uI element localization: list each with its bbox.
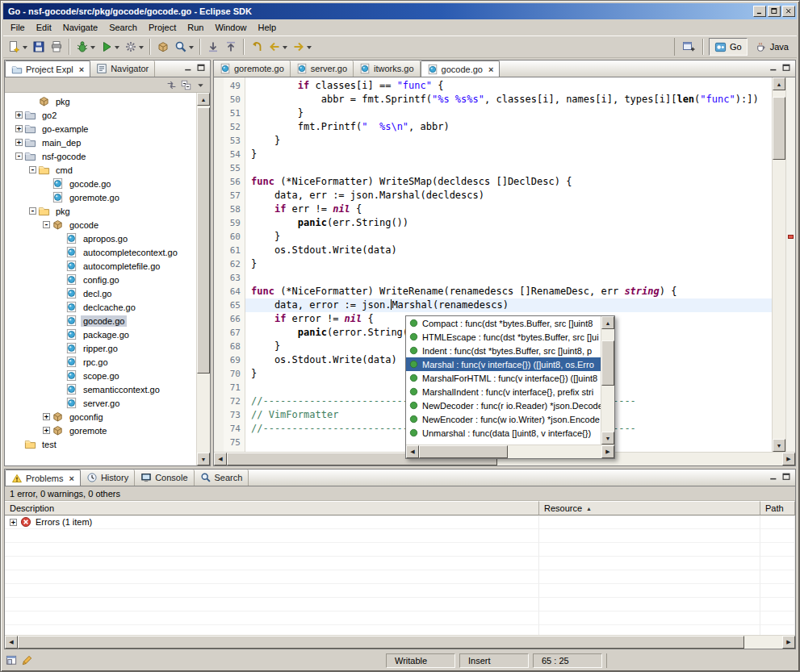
scroll-up-button[interactable]: ▲ <box>773 77 785 90</box>
editor-tab-server-go[interactable]: server.go <box>291 61 354 77</box>
code-line-51[interactable]: 51 } <box>214 106 772 120</box>
minus-handle-icon[interactable]: - <box>29 166 36 173</box>
tree-item-go2[interactable]: +go2 <box>5 108 196 122</box>
code-line-58[interactable]: 58 if err != nil { <box>214 202 772 216</box>
problems-row-errors-1-item[interactable]: +Errors (1 item) <box>5 515 795 529</box>
scroll-thumb[interactable] <box>197 107 210 374</box>
tree-item-test[interactable]: test <box>5 437 196 451</box>
minimize-view-button[interactable] <box>769 472 778 482</box>
tree-item-pkg[interactable]: -pkg <box>5 204 196 218</box>
plus-handle-icon[interactable]: + <box>43 427 50 434</box>
previous-annotation-button[interactable] <box>223 38 239 56</box>
code-line-61[interactable]: 61 os.Stdout.Write(data) <box>214 244 772 257</box>
editor-tab-itworks-go[interactable]: itworks.go <box>354 61 421 77</box>
autocomplete-vertical-scrollbar[interactable]: ▲ ▼ <box>601 316 614 445</box>
tree-item-main-dep[interactable]: +main_dep <box>5 136 196 149</box>
maximize-view-button[interactable] <box>781 472 791 482</box>
maximize-view-button[interactable] <box>196 63 206 73</box>
open-perspective-button[interactable] <box>681 38 697 56</box>
menu-search[interactable]: Search <box>103 20 143 35</box>
collapse-all-button[interactable] <box>181 80 191 90</box>
code-line-65[interactable]: 65 data, error := json.Marshal(renamedes… <box>214 298 772 312</box>
scroll-right-button[interactable]: ▶ <box>782 636 795 649</box>
tree-item-goremote-go[interactable]: goremote.go <box>5 190 196 204</box>
menu-navigate[interactable]: Navigate <box>57 20 103 35</box>
maximize-button[interactable] <box>768 6 781 17</box>
scroll-thumb[interactable] <box>773 97 785 160</box>
scroll-down-button[interactable]: ▼ <box>773 439 785 452</box>
edit-marker-button[interactable] <box>21 654 33 666</box>
next-annotation-button[interactable] <box>205 38 221 56</box>
scroll-up-button[interactable]: ▲ <box>197 93 210 106</box>
menu-window[interactable]: Window <box>209 20 252 35</box>
tree-item-server-go[interactable]: server.go <box>5 396 196 410</box>
scroll-left-button[interactable]: ◀ <box>214 453 227 465</box>
column-header-resource[interactable]: Resource▲ <box>539 501 760 515</box>
overview-ruler[interactable] <box>785 77 795 452</box>
completion-marshal[interactable]: Marshal : func(v interface{}) ([]uint8, … <box>406 357 601 371</box>
code-line-54[interactable]: 54} <box>214 148 772 161</box>
column-header-path[interactable]: Path <box>760 501 795 515</box>
tree-item-config-go[interactable]: config.go <box>5 273 196 286</box>
completion-marshalforhtml[interactable]: MarshalForHTML : func(v interface{}) ([]… <box>406 371 601 385</box>
close-tab-icon[interactable]: × <box>488 65 493 74</box>
tree-item-pkg[interactable]: pkg <box>5 94 196 108</box>
link-editor-button[interactable] <box>166 80 177 90</box>
code-line-56[interactable]: 56func (*NiceFormatter) WriteSMap(declde… <box>214 175 772 189</box>
scroll-left-button[interactable]: ◀ <box>5 636 18 649</box>
view-tab-navigator[interactable]: Navigator <box>90 61 155 77</box>
problems-horizontal-scrollbar[interactable]: ◀ ▶ <box>5 635 795 649</box>
code-line-63[interactable]: 63 <box>214 271 772 285</box>
tree-item-gocode-go[interactable]: gocode.go <box>5 314 196 328</box>
scroll-thumb[interactable] <box>18 636 744 649</box>
view-tab-search[interactable]: Search <box>195 470 249 486</box>
scroll-track[interactable] <box>601 329 614 432</box>
completion-newencoder[interactable]: NewEncoder : func(w io.Writer) *json.Enc… <box>406 412 601 426</box>
scroll-track[interactable] <box>197 106 210 453</box>
completion-marshalindent[interactable]: MarshalIndent : func(v interface{}, pref… <box>406 385 601 399</box>
last-edit-location-button[interactable] <box>249 38 265 56</box>
completion-indent[interactable]: Indent : func(dst *bytes.Buffer, src []u… <box>406 344 601 357</box>
code-line-53[interactable]: 53 } <box>214 134 772 148</box>
view-tab-project-expl[interactable]: Project Expl× <box>5 61 90 77</box>
external-tools-button[interactable] <box>123 38 145 56</box>
column-header-description[interactable]: Description <box>5 501 539 515</box>
close-button[interactable] <box>782 6 795 17</box>
plus-handle-icon[interactable]: + <box>10 519 17 526</box>
menu-run[interactable]: Run <box>182 20 209 35</box>
code-line-49[interactable]: 49 if classes[i] == "func" { <box>214 79 772 93</box>
plus-handle-icon[interactable]: + <box>15 125 23 132</box>
forward-button[interactable] <box>291 38 313 56</box>
editor-tab-goremote-go[interactable]: goremote.go <box>214 61 291 77</box>
menu-project[interactable]: Project <box>143 20 182 35</box>
code-line-60[interactable]: 60 } <box>214 230 772 244</box>
tree-scrollbar[interactable]: ▲ ▼ <box>196 93 210 465</box>
titlebar[interactable]: Go - nsf-gocode/src/pkg/gocode/gocode.go… <box>3 3 797 19</box>
tree-item-autocompletefile-go[interactable]: autocompletefile.go <box>5 259 196 273</box>
tree-item-ripper-go[interactable]: ripper.go <box>5 341 196 355</box>
debug-button[interactable] <box>74 38 97 56</box>
scroll-down-button[interactable]: ▼ <box>601 432 614 445</box>
tree-item-autocompletecontext-go[interactable]: autocompletecontext.go <box>5 245 196 259</box>
menu-edit[interactable]: Edit <box>31 20 57 35</box>
tree-item-scope-go[interactable]: scope.go <box>5 369 196 382</box>
view-tab-problems[interactable]: Problems× <box>5 470 81 486</box>
menu-file[interactable]: File <box>5 20 31 35</box>
tree-item-apropos-go[interactable]: apropos.go <box>5 232 196 245</box>
autocomplete-horizontal-scrollbar[interactable]: ◀ ▶ <box>406 445 614 458</box>
minimize-view-button[interactable] <box>769 63 778 73</box>
completion-htmlescape[interactable]: HTMLEscape : func(dst *bytes.Buffer, src… <box>406 330 601 344</box>
code-line-50[interactable]: 50 abbr = fmt.Sprintf("%s %s%s", classes… <box>214 93 772 106</box>
tree-item-nsf-gocode[interactable]: -nsf-gocode <box>5 149 196 163</box>
tree-item-goconfig[interactable]: +goconfig <box>5 410 196 424</box>
plus-handle-icon[interactable]: + <box>43 413 50 420</box>
perspective-java[interactable]: Java <box>749 38 794 56</box>
minus-handle-icon[interactable]: - <box>43 221 50 228</box>
tree-item-decl-go[interactable]: decl.go <box>5 286 196 300</box>
code-line-52[interactable]: 52 fmt.Printf(" %s\n", abbr) <box>214 120 772 134</box>
view-menu-button[interactable] <box>195 80 206 90</box>
code-line-64[interactable]: 64func (*NiceFormatter) WriteRename(rena… <box>214 285 772 298</box>
plus-handle-icon[interactable]: + <box>15 139 23 146</box>
print-button[interactable] <box>48 38 65 56</box>
tree-item-go-example[interactable]: +go-example <box>5 122 196 136</box>
